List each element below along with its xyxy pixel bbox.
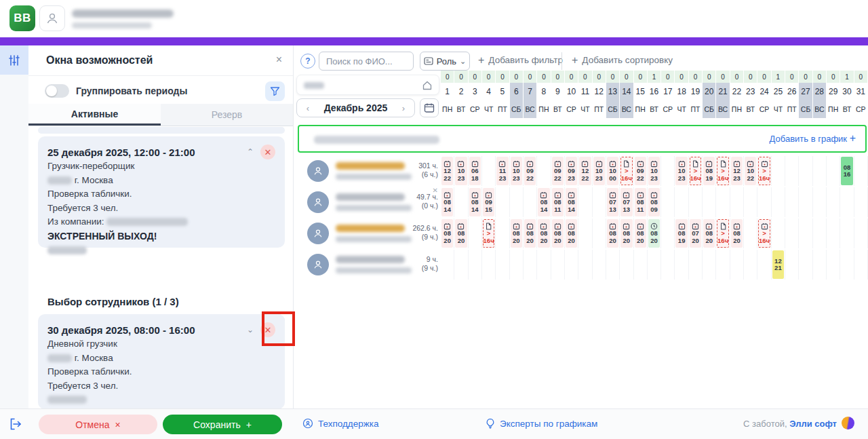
shift-cell[interactable]: 0922	[635, 157, 646, 185]
shift-cell[interactable]: 0922	[524, 157, 536, 185]
day-cell[interactable]	[854, 250, 868, 280]
day-number[interactable]: 18	[675, 83, 688, 100]
day-cell[interactable]	[482, 156, 496, 186]
shift-cell[interactable]: 0820	[441, 219, 453, 248]
day-number[interactable]: 12	[593, 83, 606, 100]
day-number[interactable]: 4	[482, 83, 496, 100]
day-cell[interactable]: 1023	[675, 156, 688, 186]
tab-reserve[interactable]: Резерв	[161, 104, 293, 126]
day-cell[interactable]	[785, 250, 799, 280]
day-cell[interactable]: 0814	[537, 187, 551, 217]
day-cell[interactable]: >16ч	[689, 156, 703, 186]
day-number[interactable]: 24	[757, 83, 771, 100]
day-cell[interactable]: 0820	[634, 218, 648, 248]
day-cell[interactable]	[661, 218, 675, 248]
shift-cell[interactable]: 0809	[648, 188, 660, 216]
add-to-schedule-link[interactable]: Добавить в график +	[770, 134, 856, 144]
shift-cell[interactable]: 0618	[469, 157, 481, 185]
day-cell[interactable]: 0922	[551, 156, 565, 186]
day-cell[interactable]	[799, 156, 812, 186]
day-cell[interactable]: 0820	[620, 218, 633, 248]
day-cell[interactable]	[716, 250, 730, 280]
day-cell[interactable]	[551, 250, 565, 280]
shift-cell[interactable]: 0811	[552, 188, 564, 216]
day-cell[interactable]	[827, 218, 840, 248]
day-cell[interactable]	[496, 250, 509, 280]
day-cell[interactable]	[593, 250, 606, 280]
day-number[interactable]: 8	[537, 83, 551, 100]
day-number[interactable]: 10	[565, 83, 578, 100]
shift-cell[interactable]: 0713	[607, 188, 618, 216]
selected-window-row[interactable]: Добавить в график +	[298, 125, 867, 153]
day-cell[interactable]: >16ч	[482, 218, 496, 248]
day-number[interactable]: 2	[454, 83, 468, 100]
day-cell[interactable]	[469, 218, 482, 248]
day-cell[interactable]	[703, 187, 716, 217]
day-number[interactable]: 19	[689, 83, 703, 100]
day-cell[interactable]	[661, 250, 675, 280]
experts-link[interactable]: Эксперты по графикам	[486, 418, 597, 429]
day-number[interactable]: 31	[854, 83, 868, 100]
day-cell[interactable]: 0820	[537, 218, 551, 248]
shift-cell[interactable]: 0915	[483, 188, 494, 216]
next-month-button[interactable]: ›	[393, 103, 414, 113]
shift-cell[interactable]: 0713	[620, 188, 632, 216]
panel-settings-button[interactable]	[0, 45, 28, 75]
shift-cell[interactable]: 0819	[703, 157, 715, 185]
day-cell[interactable]	[593, 187, 606, 217]
shift-cell[interactable]: 0820	[455, 219, 467, 248]
day-cell[interactable]: 1222	[578, 156, 592, 186]
day-cell[interactable]: 0814	[469, 187, 482, 217]
day-cell[interactable]: 1023	[648, 156, 661, 186]
day-cell[interactable]	[799, 218, 812, 248]
day-cell[interactable]	[578, 187, 592, 217]
day-cell[interactable]: 1022	[744, 156, 757, 186]
day-cell[interactable]	[772, 187, 785, 217]
overtime-shift-cell[interactable]: >16ч	[758, 219, 770, 248]
day-number[interactable]: 26	[785, 83, 799, 100]
day-number[interactable]: 29	[827, 83, 840, 100]
shift-cell[interactable]: 1123	[496, 157, 508, 185]
day-cell[interactable]	[854, 156, 868, 186]
day-cell[interactable]: 1023	[510, 156, 524, 186]
day-cell[interactable]	[689, 187, 703, 217]
day-number[interactable]: 5	[496, 83, 509, 100]
shift-cell[interactable]: 0814	[566, 188, 577, 216]
day-cell[interactable]	[785, 156, 799, 186]
collapse-chevron-icon[interactable]: ⌃	[247, 147, 254, 157]
day-cell[interactable]: >16ч	[620, 156, 633, 186]
day-cell[interactable]: 0922	[634, 156, 648, 186]
day-number[interactable]: 3	[469, 83, 482, 100]
day-cell[interactable]	[648, 250, 661, 280]
save-button[interactable]: Сохранить+	[163, 415, 282, 434]
day-cell[interactable]: 0922	[524, 156, 537, 186]
shift-cell[interactable]: 0923	[566, 157, 577, 185]
day-cell[interactable]	[496, 218, 509, 248]
day-cell[interactable]	[524, 187, 537, 217]
day-number[interactable]: 15	[634, 83, 648, 100]
calendar-picker-button[interactable]	[420, 98, 439, 117]
shift-cell[interactable]: 0820	[731, 219, 743, 248]
shift-cell[interactable]: 0820	[552, 219, 564, 248]
overtime-shift-cell[interactable]: >16ч	[483, 219, 494, 248]
day-cell[interactable]	[813, 156, 827, 186]
day-cell[interactable]	[482, 250, 496, 280]
day-cell[interactable]	[469, 250, 482, 280]
day-cell[interactable]: 0811	[634, 187, 648, 217]
day-cell[interactable]: 1222	[441, 156, 454, 186]
day-cell[interactable]: 0820	[648, 218, 661, 248]
day-cell[interactable]: >16ч	[757, 156, 771, 186]
location-field[interactable]	[296, 75, 439, 95]
day-cell[interactable]: 0820	[730, 218, 744, 248]
day-cell[interactable]	[813, 187, 827, 217]
day-cell[interactable]	[524, 250, 537, 280]
shift-cell[interactable]: 0814	[538, 188, 549, 216]
shift-cell[interactable]: 1023	[593, 157, 605, 185]
day-cell[interactable]	[716, 187, 730, 217]
day-cell[interactable]	[510, 187, 524, 217]
day-cell[interactable]: >16ч	[716, 156, 730, 186]
pending-shift-cell[interactable]: 0820	[648, 219, 660, 248]
shift-cell[interactable]: 0820	[703, 219, 715, 248]
selected-window-cell[interactable]: 1221	[772, 250, 784, 279]
day-cell[interactable]	[757, 187, 771, 217]
